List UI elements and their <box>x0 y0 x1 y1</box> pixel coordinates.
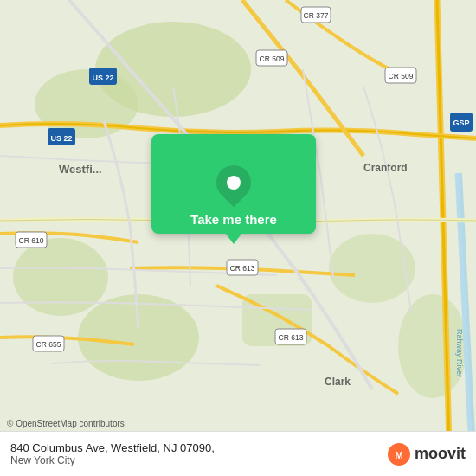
location-popup: Take me there <box>151 134 316 234</box>
svg-text:US 22: US 22 <box>92 74 113 82</box>
osm-credit: © OpenStreetMap contributors <box>7 419 125 428</box>
svg-text:CR 377: CR 377 <box>304 11 329 20</box>
moovit-icon: M <box>387 442 411 466</box>
location-pin-icon <box>209 158 259 208</box>
svg-text:CR 613: CR 613 <box>230 264 255 273</box>
svg-text:Clark: Clark <box>325 376 351 388</box>
street-address: 840 Columbus Ave, Westfield, NJ 07090, <box>10 441 215 454</box>
svg-text:Rahway River: Rahway River <box>455 329 464 377</box>
svg-point-3 <box>13 238 108 316</box>
map-container: US 22 US 22 CR 509 CR 509 CR 377 GSP CR … <box>0 0 476 476</box>
svg-text:GSP: GSP <box>453 119 469 127</box>
city-name: New York City <box>10 454 215 466</box>
svg-text:CR 613: CR 613 <box>279 333 304 342</box>
svg-point-4 <box>78 294 199 381</box>
svg-text:Westfi...: Westfi... <box>59 163 102 176</box>
svg-text:CR 509: CR 509 <box>389 72 414 80</box>
svg-text:M: M <box>395 450 402 460</box>
svg-text:US 22: US 22 <box>50 134 72 143</box>
moovit-brand-name: moovit <box>415 445 466 463</box>
moovit-logo: M moovit <box>387 442 466 466</box>
svg-text:Cranford: Cranford <box>363 162 408 174</box>
svg-text:CR 610: CR 610 <box>19 236 44 245</box>
svg-point-5 <box>329 234 415 303</box>
svg-text:CR 655: CR 655 <box>36 340 61 349</box>
bottom-info-bar: 840 Columbus Ave, Westfield, NJ 07090, N… <box>0 431 476 476</box>
address-block: 840 Columbus Ave, Westfield, NJ 07090, N… <box>10 441 215 466</box>
take-me-there-label: Take me there <box>190 212 277 227</box>
svg-text:CR 509: CR 509 <box>260 55 285 63</box>
